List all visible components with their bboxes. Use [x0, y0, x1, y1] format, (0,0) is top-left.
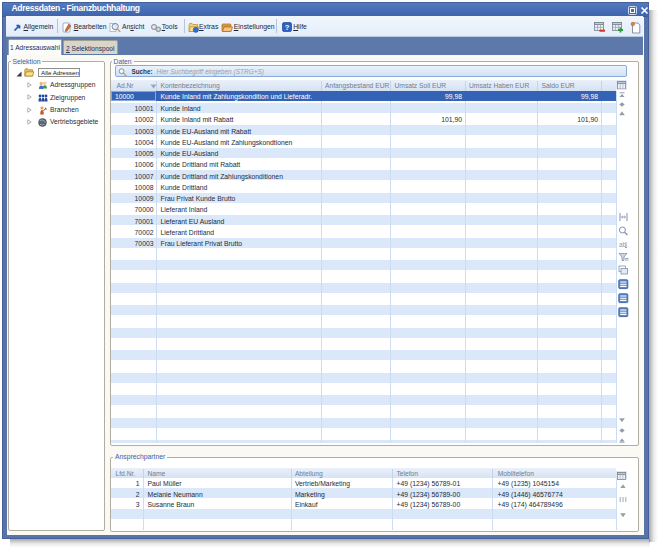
svg-text:?: ? — [285, 23, 290, 32]
